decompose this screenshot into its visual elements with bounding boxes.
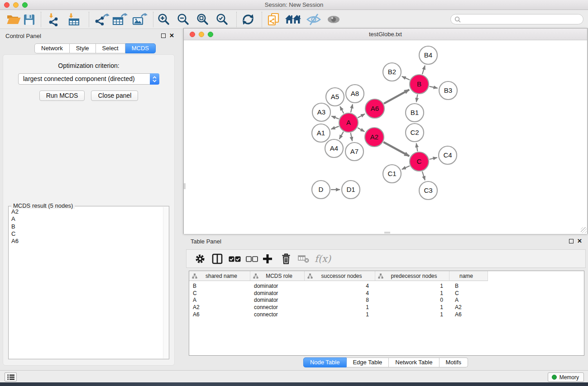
vertical-scrollbar-thumb[interactable] [184,183,186,189]
close-panel-button[interactable]: Close panel [91,91,138,101]
tab-style[interactable]: Style [70,43,96,53]
column-header-successor-nodes[interactable]: successor nodes [305,271,375,281]
graph-edge-B-B3[interactable] [430,86,438,88]
task-history-button[interactable] [5,372,17,381]
graph-edge-A-A6[interactable] [358,114,365,118]
import-network-icon[interactable] [47,12,61,27]
network-zoom-button[interactable] [208,32,213,37]
zoom-fit-icon[interactable] [196,12,210,27]
memory-button[interactable]: Memory [548,372,584,382]
graph-edge-C-C4[interactable] [430,157,437,159]
graph-node-B[interactable]: B [410,75,429,94]
tab-select[interactable]: Select [96,43,125,53]
graph-node-A5[interactable]: A5 [326,88,344,106]
table-float-panel-icon[interactable] [569,239,574,243]
graph-node-C4[interactable]: C4 [439,146,457,164]
graph-node-D1[interactable]: D1 [342,181,360,199]
mcds-result-item[interactable]: B [10,223,163,230]
tab-motifs[interactable]: Motifs [439,357,468,367]
graph-node-A[interactable]: A [339,113,358,132]
mcds-result-item[interactable]: C [10,230,163,238]
network-snapshot-icon[interactable] [267,12,280,27]
network-graph[interactable]: B4B2BB3A5A8A6B1A3AC2A1A2A4A7C4CC1C3DD1 [184,41,587,234]
show-selected-icon[interactable] [327,12,340,27]
graph-edge-A-A3[interactable] [331,116,339,119]
select-all-icon[interactable] [229,253,241,265]
graph-edge-A2-C[interactable] [383,142,409,156]
table-row[interactable]: Adominator80A [189,297,584,304]
table-row[interactable]: A2connector11A2 [189,304,584,311]
graph-edge-A-A4[interactable] [339,132,344,139]
graph-node-C3[interactable]: C3 [419,181,437,200]
graph-node-A8[interactable]: A8 [346,85,364,103]
graph-edge-B-B2[interactable] [402,76,410,80]
network-minimize-button[interactable] [199,32,204,37]
show-all-networks-icon[interactable] [285,12,301,27]
column-header-shared-name[interactable]: shared name [189,271,250,281]
graph-node-A6[interactable]: A6 [365,99,384,118]
graph-edge-C-C3[interactable] [422,172,425,180]
tab-mcds[interactable]: MCDS [125,43,156,53]
table-row[interactable]: A6connector11A6 [189,311,584,318]
graph-edge-C-C2[interactable] [416,143,418,152]
column-header-predecessor-nodes[interactable]: predecessor nodes [375,271,449,281]
add-column-icon[interactable] [263,253,272,265]
delete-table-icon[interactable] [298,253,310,265]
graph-edge-A-A1[interactable] [331,126,339,129]
deselect-all-icon[interactable] [246,253,258,265]
graph-node-C1[interactable]: C1 [383,165,401,183]
mcds-result-item[interactable]: A6 [10,238,163,245]
graph-node-A7[interactable]: A7 [345,143,363,161]
minimize-window-button[interactable] [13,2,19,8]
horizontal-scrollbar-thumb[interactable] [384,232,390,234]
float-panel-icon[interactable] [161,33,166,38]
mcds-result-item[interactable]: A2 [10,208,163,215]
graph-edge-A-A7[interactable] [351,133,353,141]
graph-edge-B-B4[interactable] [422,66,425,74]
graph-node-B3[interactable]: B3 [439,81,457,100]
column-header-mcds-role[interactable]: MCDS role [250,271,305,281]
zoom-window-button[interactable] [22,2,28,8]
search-input[interactable] [463,16,576,23]
close-panel-icon[interactable]: ✕ [169,32,174,39]
table-row[interactable]: Bdominator41B [189,282,584,290]
graph-edge-A6-B[interactable] [384,90,409,104]
close-window-button[interactable] [4,2,10,8]
network-close-button[interactable] [190,32,195,37]
run-mcds-button[interactable]: Run MCDS [39,91,85,101]
tab-edge-table[interactable]: Edge Table [346,357,389,367]
export-image-icon[interactable] [132,12,148,27]
graph-node-C2[interactable]: C2 [406,124,424,142]
zoom-selected-icon[interactable] [215,12,229,27]
graph-node-D[interactable]: D [312,181,330,199]
network-canvas[interactable]: B4B2BB3A5A8A6B1A3AC2A1A2A4A7C4CC1C3DD1 [184,41,587,234]
tab-network-table[interactable]: Network Table [389,357,439,367]
mcds-result-item[interactable]: A [10,215,163,223]
graph-node-C[interactable]: C [410,152,429,171]
graph-node-B1[interactable]: B1 [406,104,424,122]
function-builder-icon[interactable]: f(x) [315,253,331,265]
graph-edge-A-A2[interactable] [358,128,364,132]
node-table[interactable]: shared nameMCDS rolesuccessor nodesprede… [189,271,584,356]
graph-node-A2[interactable]: A2 [365,128,384,147]
export-network-icon[interactable] [94,12,110,27]
tab-node-table[interactable]: Node Table [303,357,347,367]
graph-edge-C-C1[interactable] [402,166,410,169]
zoom-in-icon[interactable] [157,12,171,27]
open-file-icon[interactable] [6,12,21,27]
zoom-out-icon[interactable] [177,12,190,27]
split-columns-icon[interactable] [212,253,223,265]
graph-edge-A-A5[interactable] [340,106,344,113]
search-field[interactable] [450,14,583,24]
column-header-name[interactable]: name [449,271,488,281]
graph-node-A1[interactable]: A1 [312,124,330,142]
table-row[interactable]: Cdominator41C [189,290,584,297]
graph-node-B2[interactable]: B2 [383,63,401,81]
import-table-icon[interactable] [67,12,81,27]
tab-network[interactable]: Network [34,43,70,53]
hide-selected-icon[interactable] [306,12,321,27]
table-close-panel-icon[interactable]: ✕ [577,238,582,244]
graph-node-A3[interactable]: A3 [312,103,330,121]
save-session-icon[interactable] [24,12,35,27]
criterion-dropdown[interactable]: largest connected component (directed) [18,73,159,85]
